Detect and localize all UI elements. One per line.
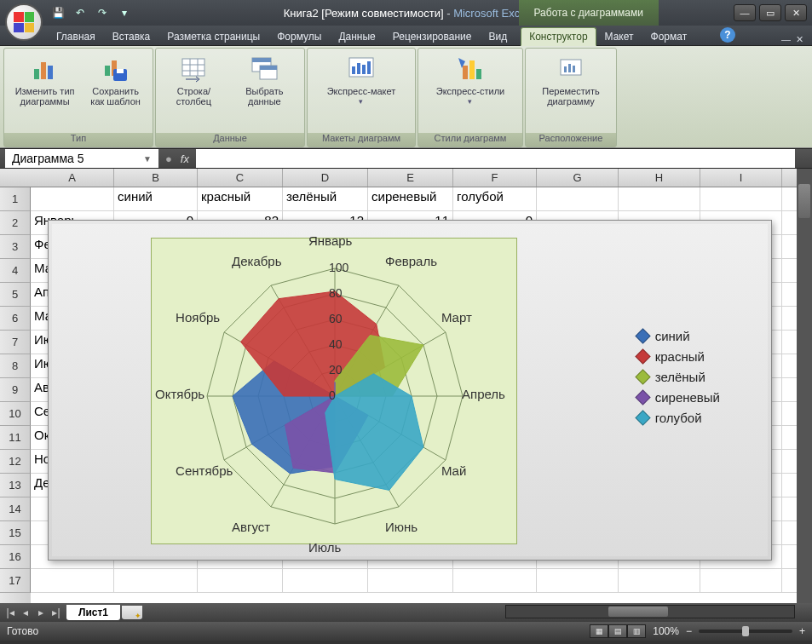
col-header[interactable]: H [619, 169, 700, 187]
row-header[interactable]: 6 [0, 307, 31, 331]
close-button[interactable]: ✕ [785, 4, 807, 21]
col-header[interactable]: C [198, 169, 283, 187]
tab-view[interactable]: Вид [480, 27, 515, 45]
group-data-label: Данные [156, 133, 304, 147]
cell[interactable] [537, 569, 619, 592]
save-as-template-button[interactable]: Сохранить как шаблон [82, 52, 149, 108]
row-header[interactable]: 9 [0, 378, 31, 402]
row-header[interactable]: 7 [0, 331, 31, 354]
row-header[interactable]: 1 [0, 187, 31, 211]
view-pagelayout-icon[interactable]: ▤ [608, 624, 627, 638]
row-header[interactable]: 11 [0, 426, 31, 450]
row-header[interactable]: 2 [0, 211, 31, 235]
cell[interactable] [114, 569, 198, 592]
col-header[interactable]: D [283, 169, 368, 187]
row-header[interactable]: 13 [0, 474, 31, 497]
cell[interactable] [700, 187, 782, 210]
qat-more-icon[interactable]: ▾ [114, 3, 135, 22]
cell[interactable] [700, 569, 782, 592]
move-chart-button[interactable]: Переместить диаграмму [529, 52, 613, 108]
legend-item[interactable]: синий [637, 329, 720, 343]
col-header[interactable]: I [700, 169, 782, 187]
sheet-nav-first[interactable]: |◂ [3, 607, 17, 618]
legend-item[interactable]: красный [637, 349, 720, 364]
zoom-out-button[interactable]: − [686, 625, 692, 637]
sheet-nav-next[interactable]: ▸ [34, 607, 48, 618]
zoom-in-button[interactable]: + [799, 625, 805, 637]
row-header[interactable]: 14 [0, 497, 31, 521]
horizontal-scrollbar[interactable] [505, 605, 795, 618]
col-header[interactable]: F [453, 169, 537, 187]
cell[interactable] [619, 569, 700, 592]
redo-icon[interactable]: ↷ [92, 3, 112, 22]
cell[interactable] [198, 569, 283, 592]
cell[interactable]: синий [114, 187, 198, 210]
group-layouts-label: Макеты диаграмм [308, 133, 415, 147]
row-header[interactable]: 5 [0, 283, 31, 307]
cell[interactable] [453, 569, 537, 592]
switch-row-column-button[interactable]: Строка/столбец [159, 52, 228, 108]
zoom-level[interactable]: 100% [653, 625, 679, 637]
row-header[interactable]: 15 [0, 521, 31, 545]
quick-layout-button[interactable]: Экспресс-макет [322, 52, 401, 108]
vertical-scrollbar[interactable] [797, 169, 812, 603]
name-box[interactable]: Диаграмма 5▼ [5, 149, 158, 168]
tab-format[interactable]: Формат [642, 27, 696, 45]
col-header[interactable]: E [368, 169, 453, 187]
legend-item[interactable]: голубой [637, 411, 720, 425]
sheet-nav-prev[interactable]: ◂ [19, 607, 32, 618]
cell[interactable]: сиреневый [368, 187, 453, 210]
row-header[interactable]: 12 [0, 450, 31, 474]
tab-data[interactable]: Данные [330, 27, 383, 45]
view-pagebreak-icon[interactable]: ▥ [627, 624, 646, 638]
col-header[interactable]: B [114, 169, 198, 187]
tab-pagelayout[interactable]: Разметка страницы [158, 27, 268, 45]
cancel-icon[interactable]: ● [165, 152, 172, 165]
cell[interactable] [368, 569, 453, 592]
legend-item[interactable]: зелёный [637, 370, 720, 384]
cell[interactable] [31, 569, 114, 592]
cell[interactable]: зелёный [283, 187, 368, 210]
row-header[interactable]: 4 [0, 259, 31, 283]
select-data-button[interactable]: Выбрать данные [228, 52, 301, 108]
legend-item[interactable]: сиреневый [637, 390, 720, 405]
row-header[interactable]: 8 [0, 354, 31, 378]
fx-icon[interactable]: fx [181, 152, 189, 165]
tab-layout[interactable]: Макет [596, 27, 642, 45]
row-header[interactable]: 16 [0, 545, 31, 569]
quick-styles-button[interactable]: Экспресс-стили [431, 52, 510, 108]
cell[interactable]: красный [198, 187, 283, 210]
cell[interactable] [537, 187, 619, 210]
cell[interactable] [619, 187, 700, 210]
save-icon[interactable]: 💾 [48, 3, 68, 22]
row-header[interactable]: 3 [0, 235, 31, 259]
col-header[interactable]: G [537, 169, 619, 187]
cell[interactable] [31, 187, 114, 210]
new-sheet-button[interactable] [122, 606, 142, 619]
zoom-slider[interactable] [699, 630, 792, 633]
row-header[interactable]: 10 [0, 402, 31, 426]
undo-icon[interactable]: ↶ [70, 3, 90, 22]
row-header[interactable]: 17 [0, 569, 31, 593]
mdi-minimize[interactable]: — [781, 34, 791, 45]
tab-home[interactable]: Главная [48, 27, 104, 45]
tab-formulas[interactable]: Формулы [268, 27, 330, 45]
sheet-tab[interactable]: Лист1 [66, 605, 120, 620]
minimize-button[interactable]: — [734, 4, 756, 21]
change-chart-type-button[interactable]: Изменить тип диаграммы [8, 52, 82, 108]
help-icon[interactable]: ? [720, 27, 735, 43]
cell[interactable]: голубой [453, 187, 537, 210]
chart-legend[interactable]: синийкрасныйзелёныйсиреневыйголубой [637, 323, 720, 431]
office-button[interactable] [5, 3, 43, 41]
tab-review[interactable]: Рецензирование [384, 27, 481, 45]
maximize-button[interactable]: ▭ [759, 4, 781, 21]
chart-object[interactable]: синийкрасныйзелёныйсиреневыйголубой Янва… [48, 220, 772, 561]
col-header[interactable]: A [31, 169, 114, 187]
mdi-close[interactable]: ✕ [796, 34, 803, 45]
tab-insert[interactable]: Вставка [104, 27, 159, 45]
sheet-nav-last[interactable]: ▸| [49, 607, 63, 618]
view-normal-icon[interactable]: ▦ [590, 624, 608, 638]
tab-design[interactable]: Конструктор [521, 27, 596, 46]
formula-input[interactable] [196, 149, 795, 168]
cell[interactable] [283, 569, 368, 592]
